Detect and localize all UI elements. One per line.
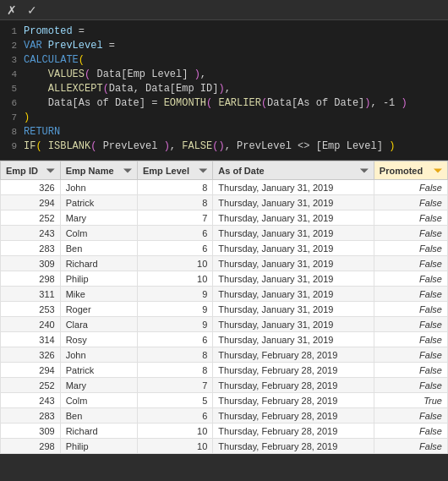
cancel-button[interactable]: ✗ <box>5 4 19 16</box>
cell-emplevel: 6 <box>137 408 212 424</box>
code-line: 1Promoted = <box>0 25 448 40</box>
cell-promoted: False <box>374 271 447 287</box>
cell-emplevel: 5 <box>137 393 212 408</box>
cell-empid: 298 <box>1 439 61 454</box>
cell-empid: 243 <box>1 226 61 241</box>
table-row: 243Colm6Thursday, January 31, 2019False <box>1 226 448 241</box>
cell-emplevel: 10 <box>137 256 212 271</box>
code-line: 2VAR PrevLevel = <box>0 40 448 54</box>
cell-emplevel: 9 <box>137 302 212 317</box>
cell-empid: 309 <box>1 256 61 271</box>
cell-empname: Roger <box>60 302 137 317</box>
cell-promoted: False <box>374 424 447 439</box>
cell-asofdate: Thursday, February 28, 2019 <box>213 393 374 408</box>
code-line: 4 VALUES( Data[Emp Level] ), <box>0 68 448 83</box>
column-header-label: Emp Level <box>143 166 189 176</box>
cell-asofdate: Thursday, January 31, 2019 <box>213 226 374 241</box>
cell-empname: Mary <box>60 210 137 226</box>
code-content: IF( ISBLANK( PrevLevel ), FALSE(), PrevL… <box>24 140 395 152</box>
table-row: 298Philip10Thursday, January 31, 2019Fal… <box>1 271 448 287</box>
cell-empname: Patrick <box>60 363 137 378</box>
cell-empid: 243 <box>1 393 61 408</box>
line-number: 6 <box>3 98 17 108</box>
cell-empname: Richard <box>60 424 137 439</box>
data-table-container: Emp IDEmp NameEmp LevelAs of DatePromote… <box>0 161 448 454</box>
cell-empname: Patrick <box>60 195 137 210</box>
table-row: 326John8Thursday, February 28, 2019False <box>1 347 448 363</box>
line-number: 4 <box>3 69 17 79</box>
column-header-label: Emp ID <box>6 166 38 176</box>
column-header-label: Promoted <box>380 166 423 176</box>
cell-promoted: False <box>374 241 447 256</box>
table-row: 243Colm5Thursday, February 28, 2019True <box>1 393 448 408</box>
cell-empid: 253 <box>1 302 61 317</box>
line-number: 5 <box>3 84 17 94</box>
cell-asofdate: Thursday, January 31, 2019 <box>213 210 374 226</box>
cell-emplevel: 7 <box>137 210 212 226</box>
formula-toolbar: ✗ ✓ <box>0 0 448 20</box>
cell-empid: 283 <box>1 241 61 256</box>
cell-empname: John <box>60 347 137 363</box>
filter-icon[interactable] <box>360 167 369 175</box>
cell-empid: 311 <box>1 287 61 302</box>
code-editor[interactable]: 1Promoted =2VAR PrevLevel =3CALCULATE(4 … <box>0 20 448 161</box>
table-row: 283Ben6Thursday, February 28, 2019False <box>1 408 448 424</box>
cell-empname: Colm <box>60 226 137 241</box>
filter-icon[interactable] <box>123 167 132 175</box>
cell-promoted: False <box>374 180 447 195</box>
code-content: ) <box>24 112 30 123</box>
line-number: 7 <box>3 112 17 123</box>
column-header-label: As of Date <box>218 166 264 176</box>
line-number: 8 <box>3 127 17 137</box>
table-row: 252Mary7Thursday, January 31, 2019False <box>1 210 448 226</box>
table-row: 283Ben6Thursday, January 31, 2019False <box>1 241 448 256</box>
code-content: VAR PrevLevel = <box>24 40 115 52</box>
code-line: 3CALCULATE( <box>0 54 448 68</box>
cell-emplevel: 8 <box>137 195 212 210</box>
cell-emplevel: 8 <box>137 180 212 195</box>
cell-empid: 294 <box>1 195 61 210</box>
cell-emplevel: 6 <box>137 241 212 256</box>
cell-promoted: False <box>374 408 447 424</box>
column-header-promoted[interactable]: Promoted <box>374 161 447 180</box>
cell-promoted: False <box>374 378 447 393</box>
code-line: 5 ALLEXCEPT(Data, Data[Emp ID]), <box>0 83 448 97</box>
cell-emplevel: 8 <box>137 363 212 378</box>
filter-icon[interactable] <box>199 167 207 175</box>
cell-emplevel: 10 <box>137 271 212 287</box>
code-line: 6 Data[As of Date] = EOMONTH( EARLIER(Da… <box>0 97 448 112</box>
cell-asofdate: Thursday, February 28, 2019 <box>213 424 374 439</box>
cell-empid: 240 <box>1 317 61 332</box>
column-header-as-of-date[interactable]: As of Date <box>213 161 374 180</box>
table-row: 253Roger9Thursday, January 31, 2019False <box>1 302 448 317</box>
cell-asofdate: Thursday, January 31, 2019 <box>213 256 374 271</box>
cell-emplevel: 7 <box>137 378 212 393</box>
data-table: Emp IDEmp NameEmp LevelAs of DatePromote… <box>0 161 448 454</box>
cell-empid: 309 <box>1 424 61 439</box>
code-content: CALCULATE( <box>24 54 85 66</box>
cell-empname: Ben <box>60 408 137 424</box>
code-content: RETURN <box>24 126 60 138</box>
cell-asofdate: Thursday, January 31, 2019 <box>213 241 374 256</box>
column-header-emp-id[interactable]: Emp ID <box>1 161 61 180</box>
cell-promoted: False <box>374 317 447 332</box>
code-line: 8RETURN <box>0 126 448 140</box>
cell-empid: 294 <box>1 363 61 378</box>
cell-empname: Clara <box>60 317 137 332</box>
column-header-emp-name[interactable]: Emp Name <box>60 161 137 180</box>
line-number: 1 <box>3 26 17 36</box>
cell-empname: Mary <box>60 378 137 393</box>
cell-asofdate: Thursday, January 31, 2019 <box>213 195 374 210</box>
cell-empname: Colm <box>60 393 137 408</box>
code-line: 7) <box>0 112 448 126</box>
confirm-button[interactable]: ✓ <box>25 4 39 16</box>
cell-emplevel: 8 <box>137 347 212 363</box>
table-row: 309Richard10Thursday, January 31, 2019Fa… <box>1 256 448 271</box>
filter-icon[interactable] <box>434 167 442 175</box>
filter-icon[interactable] <box>46 167 55 175</box>
cell-empname: Mike <box>60 287 137 302</box>
cell-empid: 252 <box>1 210 61 226</box>
table-row: 311Mike9Thursday, January 31, 2019False <box>1 287 448 302</box>
cell-asofdate: Thursday, January 31, 2019 <box>213 180 374 195</box>
column-header-emp-level[interactable]: Emp Level <box>137 161 212 180</box>
